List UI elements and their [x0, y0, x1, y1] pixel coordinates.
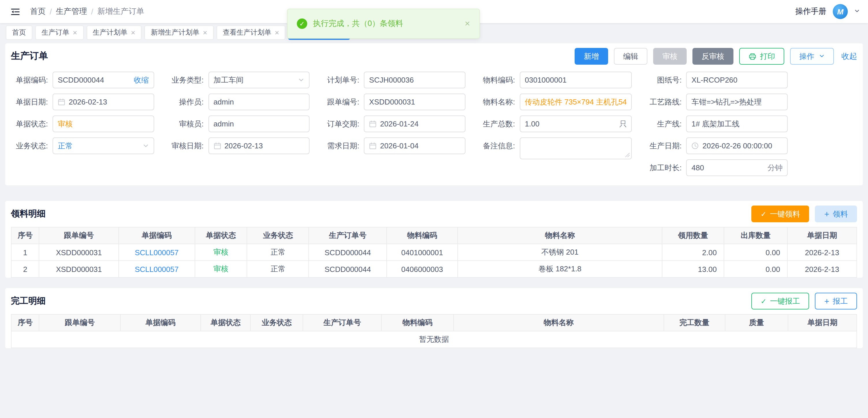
doc-date-value: 2026-02-13	[69, 98, 149, 106]
topbar-right: 操作手册 M	[795, 4, 860, 19]
close-icon[interactable]: ×	[275, 29, 279, 36]
user-chevron-down-icon[interactable]	[854, 8, 860, 15]
cell-material-code: 0406000003	[386, 261, 458, 278]
printer-icon	[748, 52, 756, 60]
plan-no-input[interactable]: SCJH000036	[364, 72, 465, 88]
print-button[interactable]: 打印	[739, 48, 784, 65]
field-prod-line: 生产线: 1# 底架加工线	[645, 116, 788, 132]
form-column-4: 物料编码: 0301000001 物料名称: 传动皮轮件 735×794 主机孔…	[478, 72, 632, 176]
close-icon[interactable]: ×	[131, 29, 135, 36]
actions-label: 操作	[799, 51, 814, 62]
resize-grip-icon[interactable]	[625, 153, 630, 158]
col-header: 领用数量	[662, 227, 724, 244]
col-header: 生产订单号	[303, 314, 381, 331]
doc-code-input[interactable]: SCDD000044 收缩	[53, 72, 154, 88]
table-row[interactable]: 1 XSDD000031 SCLL000057 审核 正常 SCDD000044…	[11, 244, 857, 261]
audit-date-value: 2026-02-13	[224, 141, 304, 150]
finish-detail-panel: 完工明细 ✓ 一键报工 + 报工 序号 跟单编	[5, 288, 863, 348]
cell-biz-status: 正常	[247, 261, 309, 278]
process-route-value: 车钳=>钻孔=>热处理	[691, 97, 782, 107]
chevron-down-icon	[298, 77, 304, 83]
form-column-3: 计划单号: SCJH000036 跟单编号: XSDD000031 订单交期:	[322, 72, 465, 176]
process-route-input[interactable]: 车钳=>钻孔=>热处理	[686, 94, 788, 110]
col-header: 物料名称	[458, 227, 662, 244]
edit-button[interactable]: 编辑	[614, 48, 647, 65]
actions-dropdown-button[interactable]: 操作	[790, 48, 834, 65]
tab-view-production-plan[interactable]: 查看生产计划单 ×	[217, 25, 286, 39]
tab-production-plan[interactable]: 生产计划单 ×	[86, 25, 142, 39]
receive-panel-header: 领料明细 ✓ 一键领料 + 领料	[5, 201, 863, 227]
collapse-link[interactable]: 收起	[841, 51, 857, 62]
breadcrumb-production-mgmt[interactable]: 生产管理	[56, 6, 87, 17]
form-column-1: 单据编码: SCDD000044 收缩 单据日期: 2026-02-13	[11, 72, 154, 176]
prod-line-input[interactable]: 1# 底架加工线	[686, 116, 788, 132]
cell-doc-date: 2026-2-13	[787, 244, 857, 261]
cell-index: 2	[11, 261, 39, 278]
one-key-receive-button[interactable]: ✓ 一键领料	[751, 205, 809, 222]
field-label: 需求日期:	[322, 140, 359, 151]
material-name-input[interactable]: 传动皮轮件 735×794 主机孔54	[520, 94, 632, 110]
doc-date-input[interactable]: 2026-02-13	[53, 94, 154, 110]
field-label: 生产总数:	[478, 119, 515, 129]
duration-input[interactable]: 480 分钟	[686, 159, 788, 176]
audit-button[interactable]: 审核	[653, 48, 687, 65]
col-header: 质量	[725, 314, 788, 331]
field-label: 单据状态:	[11, 119, 48, 129]
tab-home[interactable]: 首页	[6, 25, 32, 39]
add-report-button[interactable]: + 报工	[815, 293, 857, 310]
order-toolbar: 新增 编辑 审核 反审核 打印 操作	[575, 48, 857, 65]
menu-fold-icon[interactable]	[8, 5, 22, 19]
field-label: 工艺路线:	[645, 97, 682, 107]
biz-status-select[interactable]: 正常	[53, 137, 154, 154]
cell-follow-no: XSDD000031	[39, 261, 119, 278]
add-receive-button[interactable]: + 领料	[815, 205, 857, 222]
finish-panel-header: 完工明细 ✓ 一键报工 + 报工	[5, 288, 863, 314]
form-column-2: 业务类型: 加工车间 操作员: admin 审核员:	[166, 72, 310, 176]
page-title: 生产订单	[11, 50, 48, 62]
tab-production-order[interactable]: 生产订单 ×	[35, 25, 84, 39]
field-audit-date: 审核日期: 2026-02-13	[166, 137, 310, 154]
calendar-icon	[369, 120, 376, 128]
col-header: 序号	[11, 227, 39, 244]
cell-doc-code-link[interactable]: SCLL000057	[119, 244, 195, 261]
field-label: 计划单号:	[322, 75, 359, 85]
demand-date-input[interactable]: 2026-01-04	[364, 137, 465, 154]
manual-link[interactable]: 操作手册	[795, 6, 827, 17]
col-header: 物料名称	[453, 314, 664, 331]
tab-new-production-plan[interactable]: 新增生产计划单 ×	[144, 25, 213, 39]
col-header: 序号	[11, 314, 39, 331]
prod-date-input[interactable]: 2026-02-26 00:00:00	[686, 137, 788, 154]
drawing-no-input[interactable]: XL-RCOP260	[686, 72, 788, 88]
doc-status-input[interactable]: 审核	[53, 116, 154, 132]
biz-type-select[interactable]: 加工车间	[208, 72, 310, 88]
cell-doc-code-link[interactable]: SCLL000057	[119, 261, 195, 278]
audit-date-input[interactable]: 2026-02-13	[208, 137, 310, 154]
breadcrumb-home[interactable]: 首页	[30, 6, 45, 17]
field-biz-status: 业务状态: 正常	[11, 137, 154, 154]
remark-textarea[interactable]	[520, 137, 632, 159]
one-key-report-button[interactable]: ✓ 一键报工	[751, 293, 809, 310]
material-code-input[interactable]: 0301000001	[520, 72, 632, 88]
operator-input[interactable]: admin	[208, 94, 310, 110]
follow-no-input[interactable]: XSDD000031	[364, 94, 465, 110]
empty-row: 暂无数据	[11, 331, 857, 348]
auditor-input[interactable]: admin	[208, 116, 310, 132]
col-header: 单据编码	[120, 314, 201, 331]
toast-close-icon[interactable]: ×	[465, 19, 470, 29]
unaudit-button[interactable]: 反审核	[692, 48, 734, 65]
total-qty-input[interactable]: 1.00 只	[520, 116, 632, 132]
col-header: 出库数量	[724, 227, 787, 244]
close-icon[interactable]: ×	[203, 29, 207, 36]
add-button[interactable]: 新增	[575, 48, 608, 65]
cell-receive-qty: 13.00	[662, 261, 724, 278]
col-header: 单据日期	[788, 314, 857, 331]
doc-status-value: 审核	[58, 119, 149, 129]
tab-label: 生产计划单	[93, 27, 127, 37]
order-due-input[interactable]: 2026-01-24	[364, 116, 465, 132]
receive-table-header-row: 序号 跟单编号 单据编码 单据状态 业务状态 生产订单号 物料编码 物料名称 领…	[11, 227, 857, 244]
table-row[interactable]: 2 XSDD000031 SCLL000057 审核 正常 SCDD000044…	[11, 261, 857, 278]
avatar[interactable]: M	[833, 4, 848, 19]
close-icon[interactable]: ×	[73, 29, 77, 36]
shrink-link[interactable]: 收缩	[134, 75, 149, 85]
order-form: 单据编码: SCDD000044 收缩 单据日期: 2026-02-13	[5, 69, 794, 185]
